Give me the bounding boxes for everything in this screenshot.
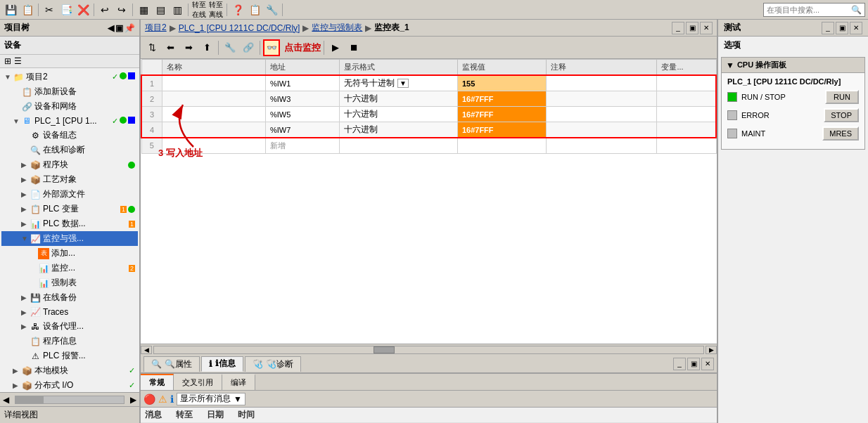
- cpu-btn-stop[interactable]: STOP: [824, 108, 859, 122]
- breadcrumb-item-0[interactable]: 项目2: [145, 22, 167, 34]
- tb-redo[interactable]: ↪: [114, 2, 129, 18]
- status-warning-icon[interactable]: ⚠: [158, 393, 167, 405]
- tb-offline[interactable]: 转至离线: [208, 2, 224, 18]
- bottom-scrollbar[interactable]: [15, 396, 125, 404]
- tbar-monitor[interactable]: 👓: [263, 39, 280, 56]
- right-panel-close[interactable]: ✕: [850, 22, 862, 34]
- tree-item-device-proxy[interactable]: ▶ 🖧 设备代理...: [1, 319, 138, 334]
- hscroll-left[interactable]: ◀: [141, 346, 152, 354]
- breadcrumb-close[interactable]: ✕: [700, 22, 713, 34]
- breadcrumb-float[interactable]: ▣: [686, 22, 698, 34]
- bottom-sub-tab-crossref[interactable]: 交叉引用: [174, 374, 222, 390]
- btm-panel-float[interactable]: ▣: [687, 358, 700, 370]
- tbar-stop[interactable]: ⏹: [345, 39, 362, 56]
- bottom-sub-tab-compile[interactable]: 编译: [222, 374, 255, 390]
- table-row[interactable]: 1%IW1 无符号十进制 ▼ 155: [141, 75, 716, 91]
- btm-panel-minimize[interactable]: _: [673, 358, 686, 370]
- tree-item-ext-source[interactable]: ▶ 📄 外部源文件: [1, 187, 138, 202]
- tree-item-device-network[interactable]: 🔗 设备和网络: [1, 99, 138, 114]
- hscrollbar[interactable]: [153, 346, 704, 354]
- tb-grid3[interactable]: ▥: [170, 2, 185, 18]
- breadcrumb-item-2[interactable]: 监控与强制表: [312, 22, 362, 34]
- tbar-sort[interactable]: ⇅: [143, 39, 160, 56]
- cell-addr[interactable]: %IW5: [265, 107, 339, 122]
- filter-dropdown[interactable]: 显示所有消息 ▼: [177, 393, 245, 405]
- tree-item-project2[interactable]: ▼ 📁 项目2 ✓: [1, 70, 138, 84]
- tb-help[interactable]: ❓: [230, 2, 245, 18]
- tree-item-plc-alarm[interactable]: ⚠ PLC 报警...: [1, 349, 138, 363]
- cpu-btn-run[interactable]: RUN: [825, 90, 859, 104]
- cell-format[interactable]: 十六进制: [339, 122, 457, 138]
- tb-more1[interactable]: 📋: [247, 2, 262, 18]
- tb-more2[interactable]: 🔧: [264, 2, 279, 18]
- tb-copy[interactable]: 📑: [58, 2, 74, 18]
- cell-name[interactable]: [162, 122, 265, 138]
- scroll-right-btn[interactable]: ▶: [127, 395, 139, 405]
- cell-format[interactable]: [339, 138, 457, 153]
- cell-addr[interactable]: %IW3: [265, 91, 339, 107]
- table-row[interactable]: 3%IW5 十六进制 16#7FFF: [141, 107, 716, 122]
- tree-item-programs[interactable]: ▶ 📦 程序块: [1, 157, 138, 172]
- cell-format[interactable]: 十六进制: [339, 91, 457, 107]
- tree-list-icon[interactable]: ☰: [14, 56, 22, 66]
- tree-item-dist-io[interactable]: ▶ 📦 分布式 I/O ✓: [1, 378, 138, 392]
- tb-close[interactable]: ❌: [75, 2, 91, 18]
- tb-online[interactable]: 转至在线: [191, 2, 207, 18]
- tbar-tool1[interactable]: 🔧: [222, 39, 238, 56]
- status-error-icon[interactable]: 🔴: [143, 393, 155, 405]
- cell-addr[interactable]: %IW7: [265, 122, 339, 138]
- panel-icon-2[interactable]: ▣: [115, 23, 123, 33]
- right-panel-minimize[interactable]: _: [822, 22, 834, 34]
- tree-item-online-diag[interactable]: 🔍 在线和诊断: [1, 143, 138, 157]
- tree-item-traces[interactable]: ▶ 📈 Traces: [1, 305, 138, 319]
- tbar-link[interactable]: 🔗: [240, 39, 257, 56]
- right-panel-float[interactable]: ▣: [836, 22, 848, 34]
- cell-addr[interactable]: %IW1: [265, 75, 339, 91]
- search-input[interactable]: [767, 6, 851, 14]
- tbar-move-up[interactable]: ⬆: [198, 39, 215, 56]
- tree-item-plc-var[interactable]: ▶ 📋 PLC 变量 1: [1, 202, 138, 216]
- tree-item-online-backup[interactable]: ▶ 💾 在线备份: [1, 290, 138, 305]
- tree-item-plc1[interactable]: ▼ 🖥 PLC_1 [CPU 1... ✓: [1, 114, 138, 128]
- tree-item-process-obj[interactable]: ▶ 📦 工艺对象: [1, 172, 138, 187]
- tree-item-monitor1[interactable]: 📊 监控... 2: [1, 261, 138, 275]
- tb-cut[interactable]: ✂: [42, 2, 57, 18]
- cpu-btn-mres[interactable]: MRES: [822, 126, 859, 141]
- tbar-back[interactable]: ⬅: [162, 39, 179, 56]
- status-info-icon[interactable]: ℹ: [170, 393, 174, 405]
- tree-item-add-monitor[interactable]: 表 添加...: [1, 246, 138, 261]
- scroll-left-btn[interactable]: ◀: [0, 395, 12, 405]
- hscroll-right[interactable]: ▶: [706, 346, 717, 354]
- cell-addr[interactable]: 新增: [265, 138, 339, 153]
- tree-item-force-table[interactable]: 📊 强制表: [1, 275, 138, 290]
- bottom-tab-properties[interactable]: 🔍 🔍属性: [143, 356, 200, 372]
- save-btn[interactable]: 💾: [3, 2, 18, 18]
- table-row[interactable]: 5新增: [141, 138, 716, 153]
- cell-name[interactable]: [162, 91, 265, 107]
- btm-panel-close[interactable]: ✕: [701, 358, 714, 370]
- tree-item-local-module[interactable]: ▶ 📦 本地模块 ✓: [1, 363, 138, 378]
- breadcrumb-item-1[interactable]: PLC_1 [CPU 1211C DC/DC/Rly]: [179, 23, 300, 33]
- cell-name[interactable]: [162, 138, 265, 153]
- tb-grid2[interactable]: ▤: [153, 2, 168, 18]
- cell-name[interactable]: [162, 107, 265, 122]
- panel-icon-1[interactable]: ◀: [108, 23, 114, 33]
- tree-item-plc-data[interactable]: ▶ 📊 PLC 数据... 1: [1, 216, 138, 231]
- tb-grid1[interactable]: ▦: [136, 2, 151, 18]
- cell-format[interactable]: 十六进制: [339, 107, 457, 122]
- table-row[interactable]: 2%IW3 十六进制 16#7FFF: [141, 91, 716, 107]
- cell-format[interactable]: 无符号十进制 ▼: [339, 75, 457, 91]
- tree-item-monitor-force[interactable]: ▼ 📈 监控与强...: [1, 231, 138, 246]
- tree-item-device-config[interactable]: ⚙ 设备组态: [1, 128, 138, 143]
- bottom-sub-tab-general[interactable]: 常规: [141, 374, 174, 390]
- tree-view-icon[interactable]: ⊞: [4, 56, 11, 66]
- tree-item-program-info[interactable]: 📋 程序信息: [1, 334, 138, 349]
- tbar-forward[interactable]: ➡: [180, 39, 197, 56]
- tb-btn-2[interactable]: 📋: [20, 2, 35, 18]
- bottom-tab-info[interactable]: ℹ ℹ信息: [201, 356, 243, 372]
- cpu-section-header[interactable]: ▼ CPU 操作面板: [722, 58, 864, 73]
- bottom-tab-diag[interactable]: 🩺 🩺诊断: [245, 356, 301, 372]
- tbar-run[interactable]: ▶: [327, 39, 344, 56]
- breadcrumb-minimize[interactable]: _: [672, 22, 684, 34]
- tree-item-add-device[interactable]: 📋 添加新设备: [1, 84, 138, 99]
